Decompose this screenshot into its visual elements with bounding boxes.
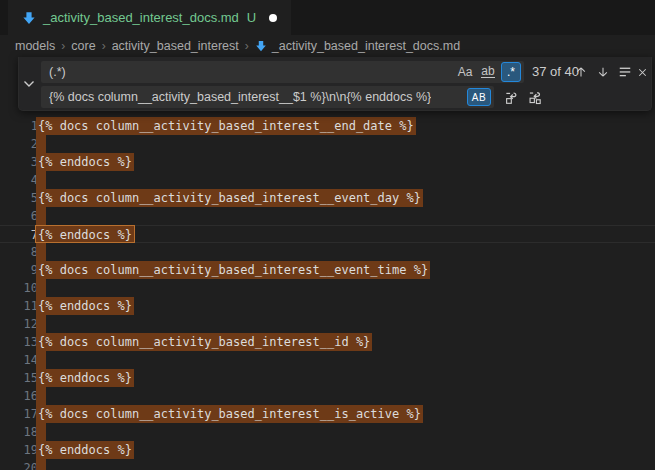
find-input[interactable]: (.*) Aa ab .* bbox=[41, 61, 524, 83]
editor-line[interactable]: 11 {% enddocs %} bbox=[0, 297, 655, 315]
line-number: 1 bbox=[0, 117, 38, 135]
line-number: 14 bbox=[0, 351, 38, 369]
preserve-case-toggle[interactable]: AB bbox=[467, 88, 491, 106]
breadcrumb-file-label: _activity_based_interest_docs.md bbox=[272, 39, 460, 53]
breadcrumb-item-core[interactable]: core bbox=[71, 39, 95, 53]
line-number: 3 bbox=[0, 153, 38, 171]
editor[interactable]: 1 {% docs column__activity_based_interes… bbox=[0, 57, 655, 470]
line-number: 15 bbox=[0, 369, 38, 387]
replace-options: AB bbox=[467, 88, 494, 106]
editor-line[interactable]: 10 bbox=[0, 279, 655, 297]
editor-line[interactable]: 1 {% docs column__activity_based_interes… bbox=[0, 117, 655, 135]
find-options: Aa ab .* bbox=[455, 62, 524, 82]
git-status-badge: U bbox=[247, 10, 256, 25]
breadcrumb-item-file[interactable]: _activity_based_interest_docs.md bbox=[255, 39, 460, 53]
find-input-value: (.*) bbox=[49, 65, 66, 79]
replace-input-value: {% docs column__activity_based_interest_… bbox=[49, 90, 431, 104]
modified-dot-icon[interactable] bbox=[269, 14, 277, 22]
line-number: 13 bbox=[0, 333, 38, 351]
editor-line[interactable]: 17 {% docs column__activity_based_intere… bbox=[0, 405, 655, 423]
line-text: {% enddocs %} bbox=[36, 297, 134, 315]
toggle-replace-button[interactable] bbox=[19, 57, 39, 110]
tab-filename: _activity_based_interest_docs.md bbox=[43, 10, 239, 25]
chevron-right-icon: › bbox=[245, 39, 249, 53]
chevron-down-icon bbox=[23, 79, 35, 89]
line-number: 7 bbox=[0, 226, 38, 242]
regex-toggle[interactable]: .* bbox=[501, 62, 521, 82]
line-text bbox=[36, 279, 46, 297]
line-number: 8 bbox=[0, 243, 38, 261]
line-text bbox=[36, 207, 46, 225]
editor-line[interactable]: 15 {% enddocs %} bbox=[0, 369, 655, 387]
close-find-widget-button[interactable] bbox=[632, 61, 652, 83]
editor-lines: 1 {% docs column__activity_based_interes… bbox=[0, 57, 655, 470]
line-text bbox=[36, 459, 46, 470]
editor-line[interactable]: 3 {% enddocs %} bbox=[0, 153, 655, 171]
breadcrumb-item-models[interactable]: models bbox=[15, 39, 55, 53]
editor-line[interactable]: 2 bbox=[0, 135, 655, 153]
find-replace-widget: (.*) Aa ab .* 37 of 40 {% doc bbox=[18, 57, 652, 111]
line-text bbox=[36, 243, 46, 261]
editor-line[interactable]: 14 bbox=[0, 351, 655, 369]
line-number: 18 bbox=[0, 423, 38, 441]
editor-line[interactable]: 6 bbox=[0, 207, 655, 225]
editor-line[interactable]: 7 {% enddocs %} bbox=[0, 225, 655, 243]
line-number: 20 bbox=[0, 459, 38, 470]
line-number: 11 bbox=[0, 297, 38, 315]
line-text bbox=[36, 315, 46, 333]
chevron-right-icon: › bbox=[102, 39, 106, 53]
editor-line[interactable]: 8 bbox=[0, 243, 655, 261]
whole-word-toggle[interactable]: ab bbox=[478, 62, 498, 82]
editor-line[interactable]: 19 {% enddocs %} bbox=[0, 441, 655, 459]
line-text bbox=[36, 135, 46, 153]
line-number: 9 bbox=[0, 261, 38, 279]
line-number: 16 bbox=[0, 387, 38, 405]
chevron-right-icon: › bbox=[61, 39, 65, 53]
breadcrumb-item-activity-based-interest[interactable]: activity_based_interest bbox=[112, 39, 239, 53]
line-text: {% docs column__activity_based_interest_… bbox=[36, 261, 430, 279]
match-case-toggle[interactable]: Aa bbox=[455, 62, 475, 82]
line-text: {% docs column__activity_based_interest_… bbox=[36, 405, 423, 423]
next-match-button[interactable] bbox=[593, 61, 613, 83]
breadcrumb: models › core › activity_based_interest … bbox=[0, 35, 655, 57]
line-text bbox=[36, 171, 46, 189]
line-text bbox=[36, 351, 46, 369]
line-text bbox=[36, 423, 46, 441]
line-number: 4 bbox=[0, 171, 38, 189]
close-icon bbox=[636, 66, 649, 79]
arrow-up-icon bbox=[574, 65, 588, 79]
replace-all-icon[interactable] bbox=[525, 86, 545, 108]
markdown-file-icon bbox=[22, 11, 36, 25]
replace-icon bbox=[504, 90, 519, 105]
line-text: {% docs column__activity_based_interest_… bbox=[36, 333, 372, 351]
editor-line[interactable]: 16 bbox=[0, 387, 655, 405]
line-text: {% enddocs %} bbox=[36, 226, 134, 242]
line-number: 6 bbox=[0, 207, 38, 225]
editor-line[interactable]: 20 bbox=[0, 459, 655, 470]
line-number: 17 bbox=[0, 405, 38, 423]
editor-line[interactable]: 5 {% docs column__activity_based_interes… bbox=[0, 189, 655, 207]
arrow-down-icon bbox=[596, 65, 610, 79]
line-number: 12 bbox=[0, 315, 38, 333]
line-text: {% enddocs %} bbox=[36, 369, 134, 387]
markdown-file-icon bbox=[255, 40, 267, 52]
line-number: 2 bbox=[0, 135, 38, 153]
line-text bbox=[36, 387, 46, 405]
replace-all-icon bbox=[528, 90, 543, 105]
editor-line[interactable]: 18 bbox=[0, 423, 655, 441]
line-number: 19 bbox=[0, 441, 38, 459]
tab-active-file[interactable]: _activity_based_interest_docs.md U bbox=[8, 0, 291, 35]
editor-line[interactable]: 12 bbox=[0, 315, 655, 333]
replace-one-button[interactable] bbox=[501, 86, 521, 108]
replace-input[interactable]: {% docs column__activity_based_interest_… bbox=[41, 86, 494, 108]
editor-line[interactable]: 13 {% docs column__activity_based_intere… bbox=[0, 333, 655, 351]
previous-match-button[interactable] bbox=[571, 61, 591, 83]
editor-line[interactable]: 9 {% docs column__activity_based_interes… bbox=[0, 261, 655, 279]
editor-line[interactable]: 4 bbox=[0, 171, 655, 189]
line-text: {% docs column__activity_based_interest_… bbox=[36, 189, 423, 207]
line-number: 10 bbox=[0, 279, 38, 297]
tab-bar: _activity_based_interest_docs.md U bbox=[0, 0, 655, 35]
selection-lines-icon bbox=[618, 65, 632, 79]
line-text: {% enddocs %} bbox=[36, 441, 134, 459]
line-text: {% enddocs %} bbox=[36, 153, 134, 171]
